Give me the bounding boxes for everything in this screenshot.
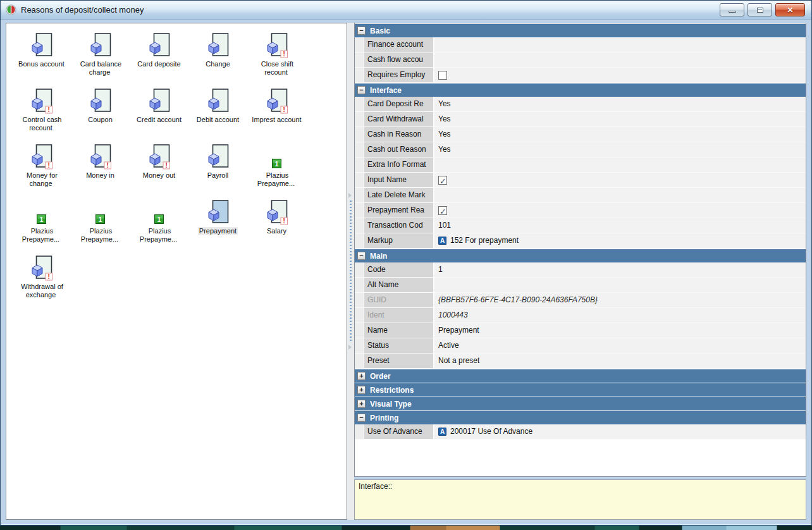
document-cube-icon xyxy=(90,82,111,114)
icon-list-item[interactable]: !Salary xyxy=(247,194,306,243)
property-value[interactable]: 101 xyxy=(434,218,806,233)
property-label: Transaction Cod xyxy=(355,218,434,233)
collapse-icon[interactable]: − xyxy=(357,27,366,35)
document-cube-icon: ! xyxy=(31,249,52,281)
section-header-interface[interactable]: −Interface xyxy=(355,83,806,97)
icon-item-label: Card balance charge xyxy=(73,60,128,77)
section-header-order[interactable]: +Order xyxy=(355,369,806,383)
splitter-grip[interactable] xyxy=(347,193,354,350)
property-row[interactable]: Cash flow accou xyxy=(355,52,806,68)
property-row[interactable]: Cash in ReasonYes xyxy=(355,127,806,142)
icon-list-item[interactable]: Debit account xyxy=(188,82,247,132)
icon-item-label: Close shift recount xyxy=(249,60,305,77)
icon-list-item[interactable]: Card deposite xyxy=(130,27,188,77)
expand-icon[interactable]: + xyxy=(357,372,366,380)
property-row[interactable]: StatusActive xyxy=(355,338,806,354)
icon-list-item[interactable]: !Close shift recount xyxy=(247,27,306,77)
checkbox-checked[interactable]: ✓ xyxy=(438,206,447,215)
collapse-icon[interactable]: − xyxy=(357,414,366,422)
close-button[interactable]: ✕ xyxy=(775,3,805,16)
property-value[interactable] xyxy=(434,157,806,173)
expand-icon[interactable]: + xyxy=(357,400,366,408)
collapse-icon[interactable]: − xyxy=(357,252,366,260)
property-value[interactable]: {BBFB57F6-6F7E-4C17-B090-24A636FA750B} xyxy=(434,293,806,308)
icon-list-item[interactable]: Bonus account xyxy=(12,27,71,77)
property-value[interactable]: 1 xyxy=(434,262,806,278)
titlebar[interactable]: Reasons of deposit/collect money ✕ xyxy=(1,1,811,20)
icon-list-item[interactable]: Change xyxy=(188,27,247,77)
property-value[interactable] xyxy=(434,68,806,83)
property-row[interactable]: Card WithdrawalYes xyxy=(355,112,806,127)
property-row[interactable]: NamePrepayment xyxy=(355,323,806,338)
property-row[interactable]: Late Delete Mark xyxy=(355,188,806,203)
property-row[interactable]: Prepayment Rea✓ xyxy=(355,203,806,218)
property-value[interactable]: A152 For prepayment xyxy=(434,233,806,249)
property-row[interactable]: Cash out ReasonYes xyxy=(355,142,806,157)
section-header-basic[interactable]: −Basic xyxy=(355,23,806,37)
icon-list-item[interactable]: !Control cash recount xyxy=(12,82,71,132)
icon-list-item[interactable]: Credit account xyxy=(130,82,188,132)
splitter-collapse-arrow[interactable] xyxy=(348,193,352,198)
restore-button[interactable] xyxy=(747,3,772,16)
icon-list-item[interactable]: !Money in xyxy=(71,138,130,188)
section-header-visual-type[interactable]: +Visual Type xyxy=(355,397,806,410)
section-header-main[interactable]: −Main xyxy=(355,249,806,262)
icon-list-item[interactable]: 1Plazius Prepayme... xyxy=(71,194,130,243)
minimize-button[interactable] xyxy=(720,3,744,16)
property-row[interactable]: Ident1000443 xyxy=(355,308,806,323)
property-row[interactable]: Card Deposit ReYes xyxy=(355,97,806,112)
property-value[interactable] xyxy=(434,52,806,68)
property-row[interactable]: Finance account xyxy=(355,37,806,52)
icon-list-item[interactable]: !Money out xyxy=(130,138,188,188)
checkbox-checked[interactable]: ✓ xyxy=(438,176,447,185)
checkbox-unchecked[interactable] xyxy=(438,71,447,80)
property-value[interactable]: ✓ xyxy=(434,173,806,188)
document-cube-icon: ! xyxy=(90,138,111,169)
icon-list-item[interactable]: !Money for change xyxy=(12,138,71,188)
document-cube-icon: ! xyxy=(266,82,288,114)
property-row[interactable]: PresetNot a preset xyxy=(355,354,806,369)
property-value[interactable] xyxy=(434,37,806,52)
property-row[interactable]: Input Name✓ xyxy=(355,173,806,188)
property-value[interactable]: A200017 Use Of Advance xyxy=(434,424,806,440)
panel-splitter[interactable] xyxy=(347,23,354,520)
section-header-printing[interactable]: −Printing xyxy=(355,410,806,424)
property-row[interactable]: Use Of AdvanceA200017 Use Of Advance xyxy=(355,424,806,440)
property-value[interactable]: Yes xyxy=(434,97,806,112)
property-row[interactable]: Extra Info Format xyxy=(355,157,806,173)
collapse-icon[interactable]: − xyxy=(357,86,366,94)
icon-list-item[interactable]: Card balance charge xyxy=(71,27,130,77)
app-logo-icon[interactable] xyxy=(6,4,16,15)
property-row[interactable]: Code1 xyxy=(355,262,806,278)
plazius-green-icon: 1 xyxy=(37,194,46,225)
plazius-green-icon: 1 xyxy=(154,194,164,225)
icon-list-item[interactable]: Prepayment xyxy=(188,194,247,243)
property-row[interactable]: GUID{BBFB57F6-6F7E-4C17-B090-24A636FA750… xyxy=(355,293,806,308)
property-value[interactable]: Active xyxy=(434,338,806,354)
property-row[interactable]: Alt Name xyxy=(355,278,806,293)
icon-list-item[interactable]: !Imprest account xyxy=(247,82,306,132)
property-value[interactable]: Yes xyxy=(434,142,806,157)
expand-icon[interactable]: + xyxy=(357,386,366,394)
document-cube-icon xyxy=(31,27,52,58)
property-value[interactable]: Yes xyxy=(434,112,806,127)
icon-list-item[interactable]: 1Plazius Prepayme... xyxy=(130,194,188,243)
property-value[interactable]: Yes xyxy=(434,127,806,142)
icon-list-item[interactable]: 1Plazius Prepayme... xyxy=(247,138,306,188)
property-value[interactable]: Not a preset xyxy=(434,354,806,369)
property-value[interactable]: Prepayment xyxy=(434,323,806,338)
icon-list-item[interactable]: !Withdrawal of exchange xyxy=(12,249,71,299)
property-value[interactable]: ✓ xyxy=(434,203,806,218)
icon-list-item[interactable]: Payroll xyxy=(188,138,247,188)
property-row[interactable]: Transaction Cod101 xyxy=(355,218,806,233)
property-row[interactable]: MarkupA152 For prepayment xyxy=(355,233,806,249)
property-value[interactable] xyxy=(434,188,806,203)
icon-list-item[interactable]: 1Plazius Prepayme... xyxy=(12,194,71,243)
splitter-collapse-arrow[interactable] xyxy=(348,345,352,350)
property-value[interactable]: 1000443 xyxy=(434,308,806,323)
section-header-restrictions[interactable]: +Restrictions xyxy=(355,383,806,397)
checkmark-icon: ✓ xyxy=(440,174,446,188)
property-row[interactable]: Requires Employ xyxy=(355,68,806,83)
icon-list-item[interactable]: Coupon xyxy=(71,82,130,132)
property-value[interactable] xyxy=(434,278,806,293)
